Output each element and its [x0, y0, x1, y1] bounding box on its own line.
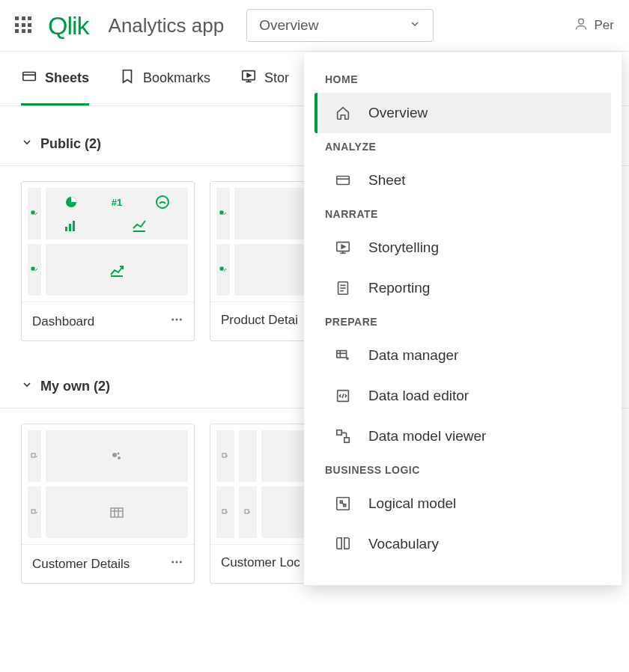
svg-point-27	[176, 561, 178, 563]
dropdown-item-data-manager[interactable]: Data manager	[314, 335, 611, 376]
dropdown-item-data-load-editor[interactable]: Data load editor	[314, 376, 611, 416]
sheets-icon	[21, 68, 37, 88]
svg-rect-1	[23, 73, 36, 81]
reporting-icon	[334, 280, 352, 296]
svg-rect-30	[222, 510, 226, 513]
dropdown-item-label: Logical model	[368, 495, 456, 512]
sheet-card[interactable]: Customer Details	[21, 424, 195, 584]
chevron-down-icon	[21, 136, 33, 152]
data-model-viewer-icon	[334, 428, 352, 445]
dropdown-group-label: NARRATE	[314, 201, 611, 227]
dropdown-item-data-model-viewer[interactable]: Data model viewer	[314, 416, 611, 456]
mini-icon	[28, 244, 41, 296]
dropdown-item-vocabulary[interactable]: Vocabulary	[314, 524, 611, 564]
logical-model-icon	[334, 495, 352, 512]
dropdown-group-label: ANALYZE	[314, 133, 611, 160]
chevron-down-icon	[21, 379, 33, 394]
user-label: Per	[595, 18, 614, 33]
svg-point-14	[171, 319, 174, 321]
svg-point-20	[118, 452, 120, 454]
app-title: Analytics app	[109, 14, 225, 37]
svg-rect-17	[31, 453, 35, 457]
more-icon[interactable]	[170, 313, 183, 330]
svg-rect-29	[222, 453, 226, 457]
storytelling-icon	[240, 68, 257, 88]
dropdown-item-label: Sheet	[368, 172, 406, 189]
tab-stories[interactable]: Stor	[240, 52, 289, 106]
dropdown-item-sheet[interactable]: Sheet	[314, 160, 611, 201]
dropdown-group-label: PREPARE	[314, 308, 611, 335]
dropdown-item-label: Data manager	[368, 347, 458, 364]
view-dropdown-label: Overview	[259, 17, 318, 34]
view-dropdown[interactable]: Overview	[246, 9, 434, 42]
dropdown-group-label: HOME	[314, 66, 611, 93]
svg-rect-31	[245, 510, 249, 513]
svg-rect-22	[111, 508, 123, 517]
dropdown-item-storytelling[interactable]: Storytelling	[314, 227, 611, 268]
svg-marker-4	[247, 73, 251, 77]
tab-label: Sheets	[45, 70, 89, 86]
tab-label: Bookmarks	[143, 70, 210, 86]
dropdown-item-overview[interactable]: Overview	[314, 93, 611, 133]
dropdown-item-label: Vocabulary	[368, 536, 439, 552]
card-title: Customer Details	[32, 557, 130, 572]
svg-rect-46	[337, 430, 341, 435]
card-title: Customer Loc	[221, 555, 300, 570]
svg-rect-21	[31, 510, 35, 513]
user-icon	[574, 16, 589, 35]
qlik-logo: Qlik	[48, 11, 89, 40]
svg-point-15	[176, 319, 178, 321]
dropdown-item-reporting[interactable]: Reporting	[314, 268, 611, 308]
svg-rect-32	[337, 177, 350, 185]
mini-icon	[28, 188, 41, 239]
dropdown-item-label: Reporting	[368, 280, 430, 296]
data-manager-icon	[334, 347, 352, 364]
svg-rect-9	[65, 227, 67, 231]
svg-point-26	[171, 561, 174, 563]
dropdown-group-label: BUSINESS LOGIC	[314, 456, 611, 483]
section-title: My own (2)	[40, 379, 110, 394]
tab-sheets[interactable]: Sheets	[21, 52, 89, 106]
svg-rect-11	[73, 221, 75, 231]
svg-point-28	[180, 561, 182, 563]
card-title: Product Detai	[221, 313, 298, 328]
tab-bookmarks[interactable]: Bookmarks	[119, 52, 210, 106]
home-icon	[334, 105, 352, 121]
card-title: Dashboard	[32, 314, 94, 329]
svg-rect-42	[337, 351, 347, 358]
svg-rect-47	[344, 438, 349, 442]
tab-label: Stor	[264, 70, 289, 86]
vocabulary-icon	[334, 536, 352, 552]
data-load-editor-icon	[334, 388, 352, 404]
user-menu[interactable]: Per	[574, 16, 614, 35]
sheet-icon	[334, 172, 352, 189]
sheet-card[interactable]: #1 Dashboard	[21, 181, 195, 341]
svg-point-18	[112, 453, 117, 457]
svg-rect-10	[69, 224, 71, 231]
card-preview: #1	[22, 182, 194, 302]
svg-point-0	[578, 19, 583, 24]
view-dropdown-panel: HOME Overview ANALYZE Sheet NARRATE Stor…	[304, 52, 622, 585]
svg-point-16	[180, 319, 182, 321]
svg-point-19	[118, 456, 121, 459]
apps-grid-icon[interactable]	[15, 16, 33, 34]
dropdown-item-label: Overview	[368, 105, 428, 121]
app-header: Qlik Analytics app Overview Per	[0, 0, 629, 52]
dropdown-item-logical-model[interactable]: Logical model	[314, 483, 611, 524]
more-icon[interactable]	[170, 555, 183, 572]
bookmark-icon	[119, 68, 136, 88]
dropdown-item-label: Storytelling	[368, 239, 439, 256]
dropdown-item-label: Data load editor	[368, 388, 469, 404]
section-title: Public (2)	[40, 136, 101, 152]
chevron-down-icon	[409, 17, 421, 34]
card-preview	[22, 424, 194, 544]
dropdown-item-label: Data model viewer	[368, 428, 486, 445]
storytelling-icon	[334, 239, 352, 256]
svg-marker-35	[341, 245, 345, 248]
